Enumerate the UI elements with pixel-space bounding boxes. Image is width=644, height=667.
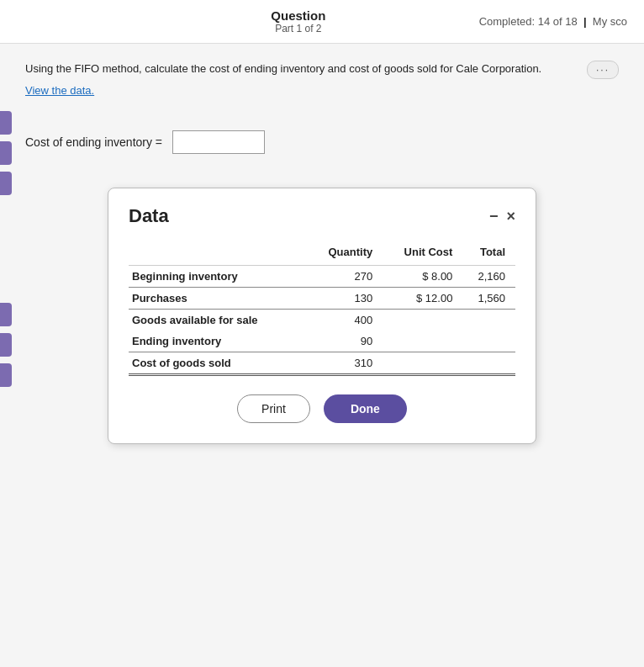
table-row: Beginning inventory270$ 8.002,160 [129,265,515,287]
cost-row: Cost of ending inventory = [25,130,619,154]
print-button[interactable]: Print [237,394,310,423]
row-label: Goods available for sale [129,309,309,331]
table-row: Purchases130$ 12.001,560 [129,287,515,309]
minimize-button[interactable]: − [489,209,499,224]
row-quantity: 90 [309,331,383,352]
cost-label: Cost of ending inventory = [25,135,162,149]
modal-controls: − × [489,209,515,224]
header-right: Completed: 14 of 18 | My sco [479,15,627,28]
modal-footer: Print Done [129,394,515,423]
side-tabs [0,111,12,387]
view-data-link[interactable]: View the data. [25,84,94,97]
row-label: Ending inventory [129,331,309,352]
done-button[interactable]: Done [324,394,407,423]
row-label: Purchases [129,287,309,309]
data-table: Quantity Unit Cost Total Beginning inven… [129,242,515,376]
cost-input[interactable] [172,130,265,154]
question-title: Question [271,8,325,23]
main-content: ··· Using the FIFO method, calculate the… [0,44,644,667]
col-header-unit-cost: Unit Cost [383,242,462,266]
row-label: Beginning inventory [129,265,309,287]
my-score-label: My sco [593,15,627,28]
row-unit-cost: $ 8.00 [383,265,462,287]
side-tab-2 [0,141,12,165]
side-tab-1 [0,111,12,135]
row-quantity: 310 [309,352,383,374]
header-center: Question Part 1 of 2 [271,8,325,34]
row-unit-cost [383,331,462,352]
row-quantity: 130 [309,287,383,309]
completed-label: Completed: 14 of 18 [479,15,578,28]
row-total: 2,160 [462,265,515,287]
table-header-row: Quantity Unit Cost Total [129,242,515,266]
data-modal: Data − × Quantity Unit Cost Total Beginn… [108,188,536,444]
data-modal-header: Data − × [129,205,515,227]
row-total [462,352,515,374]
expand-dots[interactable]: ··· [587,61,619,79]
col-header-quantity: Quantity [309,242,383,266]
close-button[interactable]: × [506,209,515,224]
row-unit-cost [383,309,462,331]
side-tab-3 [0,172,12,195]
row-quantity: 270 [309,265,383,287]
col-header-total: Total [462,242,515,266]
row-total [462,309,515,331]
instructions-text: Using the FIFO method, calculate the cos… [25,61,619,77]
row-unit-cost: $ 12.00 [383,287,462,309]
table-row: Ending inventory90 [129,331,515,352]
row-total [462,331,515,352]
question-part: Part 1 of 2 [271,23,325,34]
row-label: Cost of goods sold [129,352,309,374]
col-header-label [129,242,309,266]
row-quantity: 400 [309,309,383,331]
side-tab-4 [0,303,12,326]
table-row: Cost of goods sold310 [129,352,515,374]
side-tab-6 [0,363,12,387]
table-row: Goods available for sale400 [129,309,515,331]
data-modal-title: Data [129,205,169,227]
row-unit-cost [383,352,462,374]
side-tab-5 [0,333,12,357]
row-total: 1,560 [462,287,515,309]
header-bar: Question Part 1 of 2 Completed: 14 of 18… [0,0,644,44]
